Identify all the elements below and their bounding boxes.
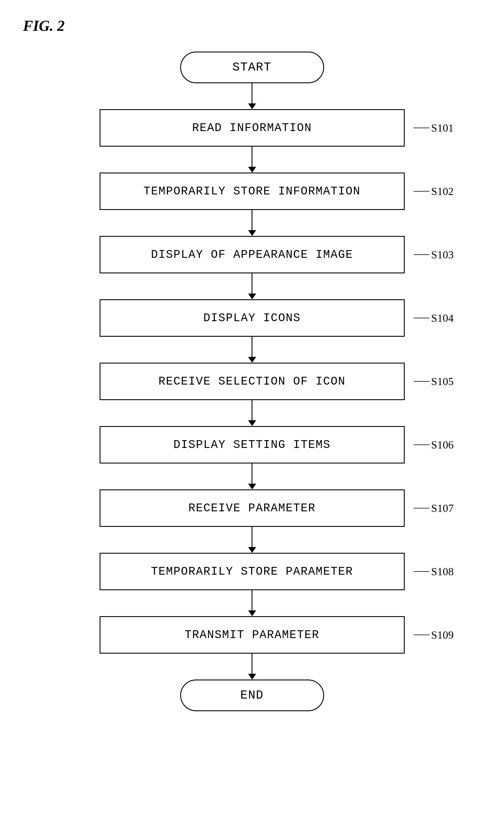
- s101-step-num: S101: [431, 122, 453, 134]
- s101-process: READ INFORMATION: [100, 109, 405, 147]
- arrow-3: [248, 210, 256, 236]
- s109-label: TRANSMIT PARAMETER: [184, 628, 319, 642]
- s104-label-group: S104: [414, 312, 453, 324]
- s102-node-container: TEMPORARILY STORE INFORMATION S102: [23, 172, 481, 210]
- s103-label-group: S103: [414, 248, 453, 261]
- arrow-7: [248, 463, 256, 490]
- arrow-head-1: [248, 103, 256, 109]
- arrow-head-10: [248, 674, 256, 680]
- s105-label: RECEIVE SELECTION OF ICON: [158, 375, 345, 388]
- s104-process: DISPLAY ICONS: [100, 299, 405, 337]
- arrow-head-8: [248, 547, 256, 553]
- s107-label: RECEIVE PARAMETER: [188, 502, 316, 515]
- arrow-10: [248, 654, 256, 680]
- s106-step-num: S106: [431, 438, 453, 451]
- s108-tick: [414, 571, 429, 572]
- s104-label: DISPLAY ICONS: [203, 312, 301, 325]
- s107-tick: [414, 508, 429, 508]
- arrow-line-8: [252, 527, 252, 547]
- arrow-5: [248, 337, 256, 363]
- start-terminal: START: [180, 52, 324, 83]
- s103-step-num: S103: [431, 248, 453, 261]
- s109-step-num: S109: [431, 628, 453, 641]
- arrow-line-6: [252, 400, 252, 420]
- s101-node-container: READ INFORMATION S101: [23, 109, 481, 147]
- s105-label-group: S105: [414, 375, 453, 388]
- s108-label: TEMPORARILY STORE PARAMETER: [151, 565, 353, 578]
- s107-step-num: S107: [431, 502, 453, 515]
- arrow-head-4: [248, 294, 256, 299]
- s101-label: READ INFORMATION: [192, 122, 312, 135]
- s105-tick: [414, 381, 429, 382]
- s101-label-group: S101: [414, 122, 453, 134]
- s108-step-num: S108: [431, 565, 453, 578]
- s109-label-group: S109: [414, 628, 453, 641]
- s106-tick: [414, 444, 429, 445]
- figure-label: FIG. 2: [23, 17, 481, 34]
- arrow-head-6: [248, 420, 256, 426]
- arrow-head-7: [248, 484, 256, 490]
- s105-node-container: RECEIVE SELECTION OF ICON S105: [23, 363, 481, 400]
- arrow-6: [248, 400, 256, 426]
- s109-node-container: TRANSMIT PARAMETER S109: [23, 616, 481, 654]
- s104-step-num: S104: [431, 312, 453, 324]
- arrow-2: [248, 147, 256, 172]
- start-node-container: START: [23, 52, 481, 83]
- arrow-8: [248, 527, 256, 553]
- arrow-line-4: [252, 273, 252, 294]
- s103-process: DISPLAY OF APPEARANCE IMAGE: [100, 236, 405, 273]
- s102-label-group: S102: [414, 185, 453, 198]
- s104-tick: [414, 318, 429, 318]
- s108-node-container: TEMPORARILY STORE PARAMETER S108: [23, 553, 481, 590]
- s103-tick: [414, 254, 429, 255]
- arrow-line-1: [252, 83, 252, 103]
- arrow-line-9: [252, 590, 252, 610]
- end-terminal: END: [180, 680, 324, 711]
- arrow-1: [248, 83, 256, 109]
- s107-node-container: RECEIVE PARAMETER S107: [23, 490, 481, 527]
- arrow-4: [248, 273, 256, 299]
- s103-label: DISPLAY OF APPEARANCE IMAGE: [151, 248, 353, 261]
- arrow-line-3: [252, 210, 252, 230]
- s103-node-container: DISPLAY OF APPEARANCE IMAGE S103: [23, 236, 481, 273]
- arrow-line-5: [252, 337, 252, 357]
- s106-label-group: S106: [414, 438, 453, 451]
- arrow-line-7: [252, 463, 252, 484]
- s108-process: TEMPORARILY STORE PARAMETER: [100, 553, 405, 590]
- arrow-head-9: [248, 610, 256, 616]
- s107-label-group: S107: [414, 502, 453, 515]
- s102-step-num: S102: [431, 185, 453, 198]
- end-node-container: END: [23, 680, 481, 711]
- s109-tick: [414, 634, 429, 635]
- s102-process: TEMPORARILY STORE INFORMATION: [100, 172, 405, 210]
- s104-node-container: DISPLAY ICONS S104: [23, 299, 481, 337]
- s106-label: DISPLAY SETTING ITEMS: [173, 438, 330, 451]
- s102-label: TEMPORARILY STORE INFORMATION: [143, 185, 360, 198]
- arrow-head-3: [248, 230, 256, 236]
- s101-tick: [414, 128, 429, 128]
- s102-tick: [414, 191, 429, 192]
- arrow-line-10: [252, 654, 252, 674]
- page: FIG. 2 START READ INFORMATION S101: [0, 0, 504, 825]
- arrow-line-2: [252, 147, 252, 167]
- flowchart: START READ INFORMATION S101 TEMPORARILY: [23, 52, 481, 711]
- s108-label-group: S108: [414, 565, 453, 578]
- arrow-head-2: [248, 167, 256, 172]
- s106-node-container: DISPLAY SETTING ITEMS S106: [23, 426, 481, 463]
- s105-process: RECEIVE SELECTION OF ICON: [100, 363, 405, 400]
- s105-step-num: S105: [431, 375, 453, 388]
- s106-process: DISPLAY SETTING ITEMS: [100, 426, 405, 463]
- s107-process: RECEIVE PARAMETER: [100, 490, 405, 527]
- s109-process: TRANSMIT PARAMETER: [100, 616, 405, 654]
- arrow-9: [248, 590, 256, 616]
- arrow-head-5: [248, 357, 256, 363]
